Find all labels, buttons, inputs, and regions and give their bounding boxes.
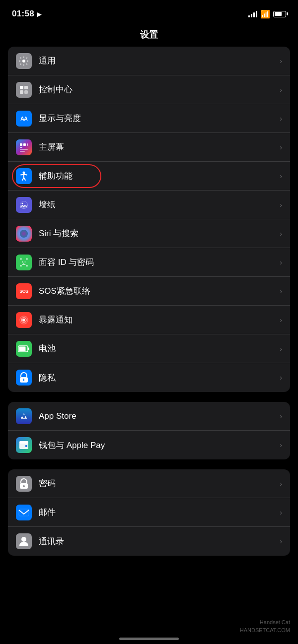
privacy-chevron: › — [280, 374, 282, 382]
passwords-label: 密码 — [39, 478, 276, 489]
exposure-icon — [16, 312, 32, 328]
svg-point-21 — [22, 319, 25, 322]
general-icon — [16, 53, 32, 69]
status-time: 01:58 — [12, 9, 34, 19]
contacts-icon — [16, 533, 32, 549]
status-icons: 📶 — [248, 9, 286, 19]
settings-group-3: 密码 › 邮件 › 通讯录 › — [8, 469, 290, 556]
settings-item-exposure[interactable]: 暴露通知 › — [8, 306, 290, 334]
passwords-chevron: › — [280, 480, 282, 488]
wallet-label: 钱包与 Apple Pay — [39, 440, 276, 451]
status-bar: 01:58 ▶ 📶 — [0, 0, 298, 25]
settings-item-sos[interactable]: SOS SOS紧急联络 › — [8, 277, 290, 306]
page-title: 设置 — [0, 25, 298, 47]
siri-icon — [16, 226, 32, 242]
exposure-chevron: › — [280, 316, 282, 324]
battery-label: 电池 — [39, 343, 276, 354]
general-chevron: › — [280, 57, 282, 65]
settings-item-faceid[interactable]: 面容 ID 与密码 › — [8, 248, 290, 277]
battery-icon — [273, 11, 286, 17]
appstore-icon — [16, 408, 32, 424]
svg-rect-16 — [26, 258, 28, 259]
general-label: 通用 — [39, 55, 276, 66]
settings-item-battery[interactable]: 电池 › — [8, 334, 290, 363]
svg-point-11 — [23, 171, 25, 174]
svg-rect-17 — [20, 265, 22, 266]
siri-label: Siri 与搜索 — [39, 228, 276, 239]
location-icon: ▶ — [37, 10, 42, 18]
privacy-label: 隐私 — [39, 372, 276, 384]
control-center-label: 控制中心 — [39, 84, 276, 95]
watermark-line2: HANDSETCAT.COM — [240, 627, 290, 634]
appstore-label: App Store — [39, 411, 276, 421]
settings-item-accessibility[interactable]: 辅助功能 › — [8, 162, 290, 191]
svg-rect-4 — [24, 90, 28, 94]
privacy-icon — [16, 370, 32, 386]
settings-group-1: 通用 › 控制中心 › AA 显示与亮度 › — [8, 47, 290, 392]
settings-item-mail[interactable]: 邮件 › — [8, 498, 290, 527]
accessibility-chevron: › — [280, 172, 282, 180]
svg-rect-10 — [20, 151, 25, 152]
settings-item-passwords[interactable]: 密码 › — [8, 469, 290, 498]
faceid-chevron: › — [280, 258, 282, 266]
wallpaper-label: 墙纸 — [39, 199, 276, 210]
wallpaper-icon — [16, 197, 32, 213]
watermark: Handset Cat HANDSETCAT.COM — [240, 619, 290, 634]
wifi-icon: 📶 — [260, 9, 270, 19]
display-icon: AA — [16, 111, 32, 127]
display-label: 显示与亮度 — [39, 113, 276, 124]
svg-rect-5 — [20, 143, 22, 146]
svg-rect-1 — [20, 86, 23, 89]
svg-rect-9 — [20, 149, 28, 150]
svg-rect-7 — [27, 143, 28, 146]
svg-rect-8 — [20, 147, 22, 148]
homescreen-chevron: › — [280, 143, 282, 151]
settings-item-siri[interactable]: Siri 与搜索 › — [8, 219, 290, 248]
contacts-label: 通讯录 — [39, 536, 276, 547]
svg-rect-34 — [19, 509, 29, 516]
settings-item-privacy[interactable]: 隐私 › — [8, 363, 290, 392]
exposure-label: 暴露通知 — [39, 314, 276, 325]
wallet-icon — [16, 437, 32, 453]
faceid-icon — [16, 255, 32, 270]
accessibility-icon — [16, 168, 32, 184]
mail-icon — [16, 505, 32, 520]
control-center-chevron: › — [280, 86, 282, 94]
passwords-icon — [16, 476, 32, 492]
settings-item-wallet[interactable]: 钱包与 Apple Pay › — [8, 431, 290, 459]
display-chevron: › — [280, 115, 282, 123]
svg-rect-26 — [28, 347, 29, 350]
home-indicator — [119, 638, 179, 640]
svg-rect-18 — [26, 265, 28, 266]
settings-item-wallpaper[interactable]: 墙纸 › — [8, 191, 290, 219]
settings-item-appstore[interactable]: App Store › — [8, 402, 290, 431]
svg-point-33 — [23, 485, 25, 487]
svg-point-20 — [25, 261, 26, 262]
svg-rect-15 — [20, 258, 22, 259]
settings-item-general[interactable]: 通用 › — [8, 47, 290, 75]
settings-item-control-center[interactable]: 控制中心 › — [8, 75, 290, 104]
control-center-icon — [16, 82, 32, 98]
appstore-chevron: › — [280, 412, 282, 420]
svg-rect-31 — [25, 445, 27, 447]
mail-chevron: › — [280, 509, 282, 516]
sos-label: SOS紧急联络 — [39, 285, 276, 297]
settings-item-display[interactable]: AA 显示与亮度 › — [8, 104, 290, 133]
svg-rect-30 — [19, 441, 28, 444]
svg-point-13 — [22, 202, 23, 204]
svg-rect-6 — [23, 143, 26, 146]
svg-rect-3 — [20, 90, 23, 94]
battery-settings-icon — [16, 341, 32, 357]
signal-icon — [248, 10, 257, 17]
settings-group-2: App Store › 钱包与 Apple Pay › — [8, 402, 290, 459]
svg-point-19 — [22, 261, 23, 262]
sos-chevron: › — [280, 287, 282, 295]
wallet-chevron: › — [280, 441, 282, 449]
svg-point-0 — [22, 60, 25, 63]
settings-item-contacts[interactable]: 通讯录 › — [8, 527, 290, 556]
watermark-line1: Handset Cat — [240, 619, 290, 626]
svg-rect-25 — [19, 346, 26, 351]
settings-item-homescreen[interactable]: 主屏幕 › — [8, 133, 290, 162]
sos-icon: SOS — [16, 283, 32, 299]
svg-point-36 — [21, 537, 26, 542]
